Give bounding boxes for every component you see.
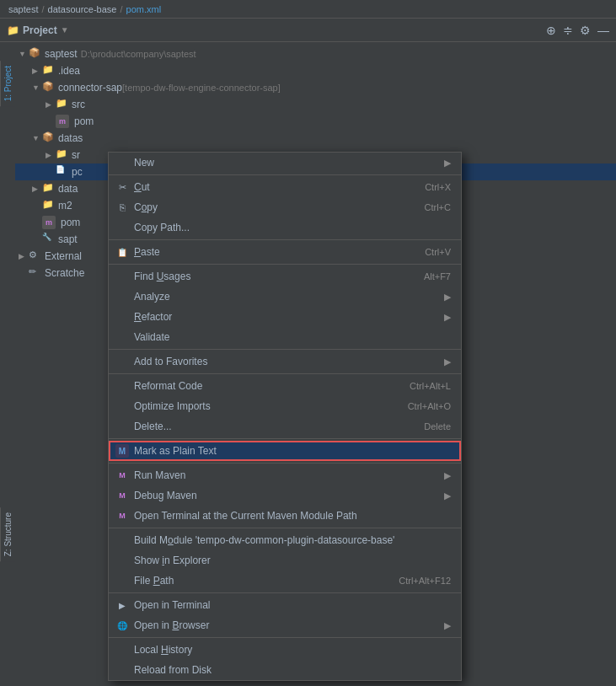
menu-item-debug-maven[interactable]: M Debug Maven ▶ xyxy=(109,485,461,506)
folder-icon-data2: 📁 xyxy=(42,182,56,196)
settings-icon[interactable]: ⚙ xyxy=(580,24,591,37)
label-open-terminal-maven: Open Terminal at the Current Maven Modul… xyxy=(134,510,357,522)
label-delete: Delete... xyxy=(134,421,172,432)
label-build-module: Build Module 'tempo-dw-common-plugin-dat… xyxy=(134,534,394,546)
label-file-path: File Path xyxy=(134,575,174,587)
menu-item-open-in-terminal[interactable]: ▶ Open in Terminal xyxy=(109,595,461,615)
panel-header-icons: ⊕ ≑ ⚙ — xyxy=(546,24,609,37)
module-icon-connector: 📦 xyxy=(42,81,56,94)
xml-icon-pom2: 📄 xyxy=(56,165,69,179)
arrow-saptest: ▼ xyxy=(19,50,29,58)
panel-header-left: 📁 Project ▼ xyxy=(7,24,69,36)
panel-dropdown-icon[interactable]: ▼ xyxy=(61,25,69,35)
breadcrumb-item-datasource[interactable]: datasource-base xyxy=(48,4,117,14)
menu-item-optimize[interactable]: Optimize Imports Ctrl+Alt+O xyxy=(109,396,461,416)
paste-icon: 📋 xyxy=(115,245,129,259)
menu-item-cut[interactable]: ✂ Cut Ctrl+X xyxy=(109,177,461,197)
menu-sep-2 xyxy=(109,239,461,240)
menu-item-reload[interactable]: Reload from Disk xyxy=(109,660,461,680)
label-reformat: Reformat Code xyxy=(134,380,202,392)
label-mark-plain-text: Mark as Plain Text xyxy=(134,445,217,457)
breadcrumb-sep-1: / xyxy=(41,4,44,14)
tree-item-connector-sap[interactable]: ▼ 📦 connector-sap [tempo-dw-flow-engine-… xyxy=(15,79,616,96)
menu-item-analyze[interactable]: Analyze ▶ xyxy=(109,287,461,307)
menu-item-show-explorer[interactable]: Show in Explorer xyxy=(109,550,461,571)
copy-icon: ⎘ xyxy=(115,201,129,214)
module-icon-saptest: 📦 xyxy=(29,47,42,61)
label-debug-maven: Debug Maven xyxy=(134,490,197,501)
browser-icon: 🌐 xyxy=(115,619,129,632)
menu-item-new[interactable]: New ▶ xyxy=(109,153,461,173)
panel-title: Project xyxy=(23,24,57,36)
menu-item-copy-path[interactable]: Copy Path... xyxy=(109,217,461,238)
shortcut-paste: Ctrl+V xyxy=(425,247,451,257)
menu-item-paste[interactable]: 📋 Paste Ctrl+V xyxy=(109,242,461,262)
arrow-open-browser: ▶ xyxy=(444,620,451,631)
menu-item-delete[interactable]: Delete... Delete xyxy=(109,416,461,437)
structure-tab-container: Z: Structure xyxy=(0,507,15,561)
menu-item-find-usages[interactable]: Find Usages Alt+F7 xyxy=(109,266,461,287)
menu-item-open-in-browser[interactable]: 🌐 Open in Browser ▶ xyxy=(109,615,461,635)
label-paste: Paste xyxy=(134,246,160,258)
tree-item-src1[interactable]: ▶ 📁 src xyxy=(15,96,616,113)
folder-icon-src1: 📁 xyxy=(56,98,69,111)
folder-icon-idea: 📁 xyxy=(42,64,56,78)
tree-item-datasource[interactable]: ▼ 📦 datas xyxy=(15,130,616,147)
menu-sep-1 xyxy=(109,174,461,175)
menu-item-mark-plain-text[interactable]: M Mark as Plain Text xyxy=(109,441,461,461)
menu-item-validate[interactable]: Validate xyxy=(109,327,461,347)
label-sapt: sapt xyxy=(58,233,78,245)
module-extra-connector: [tempo-dw-flow-engine-connector-sap] xyxy=(122,83,281,93)
menu-sep-8 xyxy=(109,528,461,528)
project-panel: 📁 Project ▼ ⊕ ≑ ⚙ — 1: Project Z: Struct… xyxy=(0,19,616,686)
scratche-icon: ✏ xyxy=(29,266,42,280)
label-saptest: saptest xyxy=(45,48,78,60)
label-pom1: pom xyxy=(74,115,94,127)
menu-item-run-maven[interactable]: M Run Maven ▶ xyxy=(109,465,461,485)
project-tab[interactable]: 1: Project xyxy=(0,61,15,106)
label-datasource: datas xyxy=(58,132,83,144)
add-content-icon[interactable]: ⊕ xyxy=(546,24,556,37)
shortcut-find-usages: Alt+F7 xyxy=(424,271,451,281)
breadcrumb-sep-2: / xyxy=(120,4,122,14)
label-pom2: pc xyxy=(72,166,83,178)
tree-item-pom1[interactable]: m pom xyxy=(15,113,616,130)
tree-item-idea[interactable]: ▶ 📁 .idea xyxy=(15,62,616,79)
menu-item-file-path[interactable]: File Path Ctrl+Alt+F12 xyxy=(109,571,461,591)
label-validate: Validate xyxy=(134,331,169,343)
menu-item-add-favorites[interactable]: Add to Favorites ▶ xyxy=(109,351,461,372)
label-src1: src xyxy=(72,99,85,110)
arrow-refactor: ▶ xyxy=(444,312,451,323)
breadcrumb-item-pom[interactable]: pom.xml xyxy=(126,4,162,14)
maven-icon-pom3: m xyxy=(42,216,56,229)
menu-item-local-history[interactable]: Local History xyxy=(109,640,461,660)
sort-icon[interactable]: ≑ xyxy=(563,24,573,37)
structure-tab[interactable]: Z: Structure xyxy=(0,507,15,561)
tree-item-saptest[interactable]: ▼ 📦 saptest D:\product\company\saptest xyxy=(15,46,616,62)
panel-folder-icon: 📁 xyxy=(7,24,19,36)
folder-icon-m2: 📁 xyxy=(42,199,56,212)
menu-sep-3 xyxy=(109,264,461,265)
minimize-icon[interactable]: — xyxy=(597,24,609,37)
menu-item-refactor[interactable]: Refactor ▶ xyxy=(109,307,461,327)
terminal-maven-icon: M xyxy=(115,509,129,523)
arrow-data2: ▶ xyxy=(32,185,42,193)
arrow-run-maven: ▶ xyxy=(444,470,451,481)
label-optimize: Optimize Imports xyxy=(134,400,211,412)
menu-item-open-terminal-maven[interactable]: M Open Terminal at the Current Maven Mod… xyxy=(109,506,461,526)
label-show-explorer: Show in Explorer xyxy=(134,555,211,566)
arrow-idea: ▶ xyxy=(32,67,42,75)
label-open-in-terminal: Open in Terminal xyxy=(134,599,211,611)
label-add-favorites: Add to Favorites xyxy=(134,356,207,367)
breadcrumb-item-saptest[interactable]: saptest xyxy=(8,4,38,14)
arrow-connector: ▼ xyxy=(32,83,42,92)
arrow-new: ▶ xyxy=(444,158,451,169)
menu-sep-9 xyxy=(109,592,461,593)
label-analyze: Analyze xyxy=(134,291,170,303)
external-icon: ⚙ xyxy=(29,249,42,263)
label-new: New xyxy=(134,157,154,169)
menu-item-build-module[interactable]: Build Module 'tempo-dw-common-plugin-dat… xyxy=(109,530,461,550)
menu-item-copy[interactable]: ⎘ Copy Ctrl+C xyxy=(109,197,461,217)
menu-item-reformat[interactable]: Reformat Code Ctrl+Alt+L xyxy=(109,376,461,396)
arrow-debug-maven: ▶ xyxy=(444,490,451,501)
